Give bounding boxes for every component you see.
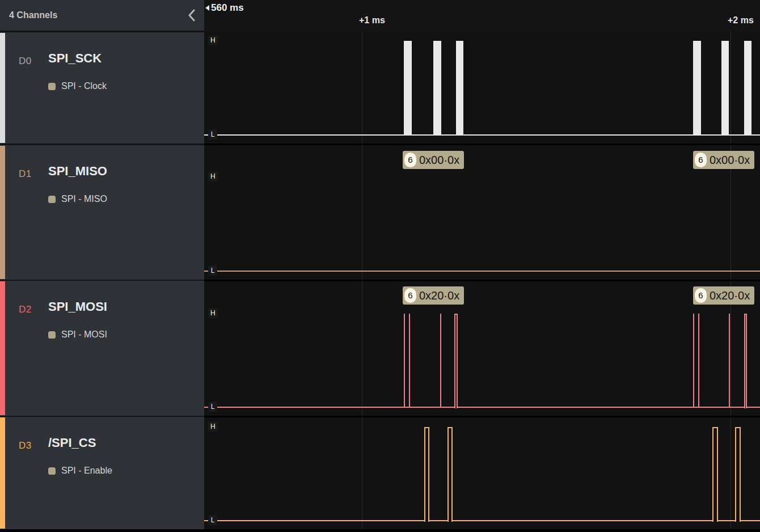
analyzer-icon	[48, 83, 56, 90]
annotation-byte-count: 6	[695, 288, 707, 303]
low-level-label: L	[208, 515, 217, 525]
high-level-label: H	[208, 421, 218, 432]
annotation-value: 0x20·0x	[419, 286, 459, 305]
signal-pulse	[447, 427, 453, 522]
signal-pulse	[456, 41, 463, 136]
analyzer-chip[interactable]: SPI - Clock	[48, 81, 107, 91]
channel-row-D2[interactable]: D2SPI_MOSISPI - MOSI	[0, 281, 204, 416]
annotation-byte-count: 6	[695, 153, 707, 167]
analyzer-icon	[48, 331, 56, 339]
spi-data-annotation[interactable]: 60x00·0x	[403, 151, 464, 169]
signal-baseline	[204, 407, 760, 408]
low-level-label: L	[208, 402, 217, 412]
channel-row-D1[interactable]: D1SPI_MISOSPI - MISO	[0, 145, 204, 280]
row-separator	[204, 529, 760, 531]
channel-name: /SPI_CS	[48, 436, 96, 450]
chevron-left-icon	[187, 9, 196, 22]
spi-data-annotation[interactable]: 60x20·0x	[693, 286, 754, 305]
channel-name: SPI_MISO	[48, 164, 107, 179]
signal-pulse	[454, 314, 458, 408]
high-level-label: H	[208, 35, 218, 45]
signal-pulse	[404, 41, 412, 136]
signal-pulse	[409, 314, 410, 408]
signal-pulse	[440, 314, 441, 408]
channel-name: SPI_MOSI	[48, 299, 107, 314]
channel-row-D3[interactable]: D3/SPI_CSSPI - Enable	[0, 417, 204, 529]
annotation-value: 0x20·0x	[710, 286, 750, 305]
time-ruler[interactable]: 560 ms +1 ms+2 ms	[204, 0, 760, 31]
channel-row-D0[interactable]: D0SPI_SCKSPI - Clock	[0, 32, 204, 143]
waveform-area[interactable]: 560 ms +1 ms+2 ms HLHL60x00·0x60x00·0xHL…	[204, 0, 760, 529]
row-separator	[204, 416, 760, 417]
time-start-marker: 560 ms	[205, 2, 244, 14]
low-level-label: L	[208, 265, 217, 276]
channel-id: D2	[19, 304, 32, 315]
channel-color-strip	[0, 281, 5, 415]
analyzer-icon	[48, 196, 56, 203]
spi-data-annotation[interactable]: 60x00·0x	[693, 151, 754, 169]
high-level-label: H	[208, 171, 218, 181]
channels-sidebar: 4 Channels D0SPI_SCKSPI - ClockD1SPI_MIS…	[0, 0, 204, 529]
left-triangle-icon	[205, 5, 209, 11]
signal-pulse	[698, 314, 699, 408]
signal-pulse	[693, 314, 694, 408]
annotation-byte-count: 6	[404, 153, 416, 167]
sidebar-header: 4 Channels	[0, 0, 204, 31]
signal-pulse	[712, 427, 718, 522]
waveform-row-D3[interactable]: HL	[204, 417, 760, 529]
analyzer-label: SPI - Clock	[61, 81, 107, 91]
analyzer-chip[interactable]: SPI - MOSI	[48, 330, 107, 340]
signal-pulse	[693, 41, 701, 136]
signal-pulse	[424, 427, 429, 522]
channel-id: D0	[19, 56, 32, 67]
signal-pulse	[729, 314, 730, 408]
analyzer-icon	[48, 467, 56, 475]
waveform-row-D0[interactable]: HL	[204, 32, 760, 143]
annotation-value: 0x00·0x	[710, 151, 750, 169]
signal-pulse	[744, 41, 751, 136]
channel-color-strip	[0, 146, 5, 279]
signal-pulse	[744, 314, 747, 408]
ruler-tick-label: +2 ms	[728, 15, 754, 26]
channel-color-strip	[0, 417, 5, 529]
time-start-label: 560 ms	[211, 2, 244, 14]
collapse-sidebar-button[interactable]	[187, 9, 196, 22]
signal-pulse	[735, 427, 741, 522]
channel-id: D1	[19, 168, 32, 180]
waveform-row-D1[interactable]: HL60x00·0x60x00·0x	[204, 145, 760, 280]
row-separator	[204, 280, 760, 281]
analyzer-label: SPI - Enable	[61, 466, 112, 476]
signal-baseline	[204, 271, 760, 272]
analyzer-chip[interactable]: SPI - MISO	[48, 194, 107, 204]
ruler-tick-label: +1 ms	[359, 15, 385, 26]
signal-pulse	[433, 41, 441, 136]
signal-baseline	[204, 134, 760, 136]
annotation-byte-count: 6	[404, 288, 416, 303]
spi-data-annotation[interactable]: 60x20·0x	[403, 286, 464, 305]
low-level-label: L	[208, 129, 217, 140]
signal-baseline	[204, 520, 760, 521]
channel-color-strip	[0, 33, 5, 143]
analyzer-label: SPI - MOSI	[61, 330, 107, 340]
analyzer-label: SPI - MISO	[61, 194, 107, 204]
high-level-label: H	[208, 308, 218, 318]
waveform-row-D2[interactable]: HL60x20·0x60x20·0x	[204, 281, 760, 416]
logic-analyzer-app: 560 ms +1 ms+2 ms HLHL60x00·0x60x00·0xHL…	[0, 0, 760, 532]
channel-id: D3	[19, 440, 32, 451]
sidebar-title: 4 Channels	[9, 0, 57, 31]
row-separator	[204, 143, 760, 145]
signal-pulse	[721, 41, 729, 136]
annotation-value: 0x00·0x	[419, 151, 459, 169]
channel-name: SPI_SCK	[48, 51, 102, 66]
signal-pulse	[404, 314, 405, 408]
analyzer-chip[interactable]: SPI - Enable	[48, 466, 112, 476]
